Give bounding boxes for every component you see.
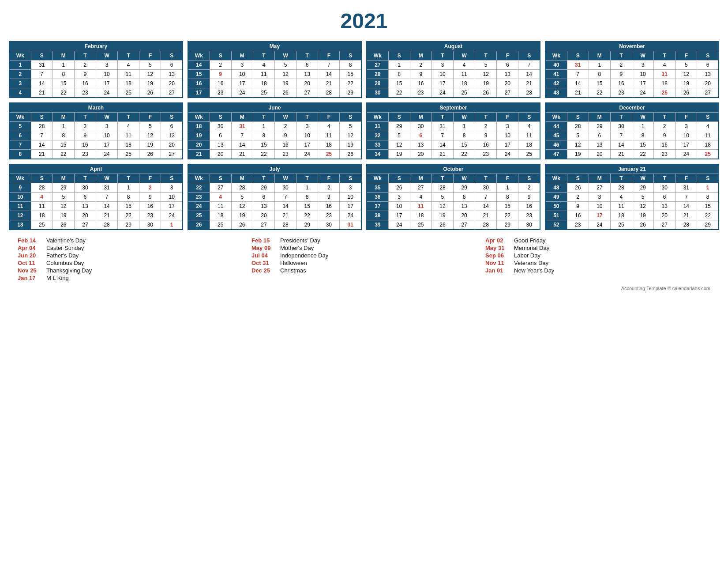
day-header-T: T <box>296 113 318 122</box>
day-cell: 24 <box>589 220 610 230</box>
holiday-row: Oct 31Halloween <box>251 260 477 266</box>
holiday-date: Dec 25 <box>251 267 276 274</box>
day-cell: 2 <box>275 122 296 131</box>
week-number: 17 <box>188 88 210 98</box>
day-cell: 3 <box>296 122 318 131</box>
day-cell: 12 <box>139 70 161 79</box>
holiday-row: Feb 14Valentine's Day <box>18 237 243 244</box>
day-cell: 1 <box>253 122 274 131</box>
day-cell: 26 <box>231 220 253 230</box>
day-header-M: M <box>53 51 74 60</box>
day-cell: 21 <box>231 150 253 159</box>
month-name: May <box>188 42 361 51</box>
day-cell: 10 <box>231 70 253 79</box>
day-cell: 15 <box>632 140 654 150</box>
day-cell: 15 <box>53 140 74 150</box>
week-number: 32 <box>367 131 388 140</box>
week-number: 34 <box>367 150 388 159</box>
day-cell: 5 <box>432 193 453 202</box>
holiday-name: Independence Day <box>280 252 328 259</box>
day-cell: 9 <box>318 193 340 202</box>
day-cell: 27 <box>210 183 231 193</box>
day-cell: 5 <box>340 122 361 131</box>
day-cell: 19 <box>139 79 161 88</box>
week-number: 44 <box>545 122 567 131</box>
day-cell: 4 <box>31 193 53 202</box>
week-number: 8 <box>9 150 31 159</box>
week-number: 28 <box>367 70 388 79</box>
day-cell: 9 <box>74 131 96 140</box>
day-cell: 7 <box>610 131 632 140</box>
week-number: 20 <box>188 140 210 150</box>
day-cell: 27 <box>454 220 475 230</box>
day-cell: 24 <box>388 220 410 230</box>
day-cell: 19 <box>53 211 74 220</box>
day-cell: 21 <box>31 150 53 159</box>
day-cell: 5 <box>53 193 74 202</box>
day-cell: 11 <box>518 131 540 140</box>
day-cell: 10 <box>675 131 697 140</box>
day-header-S: S <box>340 174 361 183</box>
day-cell: 16 <box>567 211 589 220</box>
day-cell: 16 <box>74 79 96 88</box>
week-number: 35 <box>367 183 388 193</box>
day-cell: 3 <box>388 193 410 202</box>
day-cell: 22 <box>253 150 274 159</box>
day-cell: 20 <box>697 79 719 88</box>
day-cell: 27 <box>296 88 318 98</box>
day-cell: 21 <box>567 88 589 98</box>
holiday-name: Columbus Day <box>46 260 84 266</box>
day-cell: 4 <box>210 193 231 202</box>
day-header-M: M <box>589 51 610 60</box>
day-cell: 12 <box>340 131 361 140</box>
day-cell: 9 <box>410 70 432 79</box>
day-header-T: T <box>74 51 96 60</box>
day-cell: 21 <box>475 211 497 220</box>
holiday-column-col3: Apr 02Good FridayMay 31Memorial DaySep 0… <box>485 237 710 282</box>
day-cell: 10 <box>96 131 118 140</box>
day-cell: 18 <box>253 79 274 88</box>
day-cell: 17 <box>388 211 410 220</box>
day-cell: 1 <box>632 122 654 131</box>
day-cell: 5 <box>475 60 497 70</box>
day-header-S: S <box>388 51 410 60</box>
week-number: 41 <box>545 70 567 79</box>
week-number: 25 <box>188 211 210 220</box>
day-cell: 23 <box>567 220 589 230</box>
day-cell: 9 <box>518 193 540 202</box>
day-header-W: W <box>96 51 118 60</box>
day-cell: 25 <box>253 88 274 98</box>
day-cell: 22 <box>53 150 74 159</box>
wk-header: Wk <box>545 174 567 183</box>
day-cell: 26 <box>675 88 697 98</box>
day-cell: 28 <box>96 220 118 230</box>
day-cell: 19 <box>432 211 453 220</box>
day-cell: 12 <box>432 202 453 211</box>
day-header-S: S <box>31 174 53 183</box>
day-header-T: T <box>475 51 497 60</box>
day-cell: 8 <box>388 70 410 79</box>
holiday-name: Easter Sunday <box>46 245 84 251</box>
day-cell: 6 <box>161 122 183 131</box>
day-cell: 27 <box>410 183 432 193</box>
day-cell: 6 <box>497 60 518 70</box>
holiday-date: Sep 06 <box>485 252 510 259</box>
day-cell: 16 <box>210 79 231 88</box>
day-cell: 8 <box>454 131 475 140</box>
day-cell: 19 <box>231 211 253 220</box>
month-table-march: MarchWkSMTWTFS52812345667891011121371415… <box>9 102 183 159</box>
day-cell: 11 <box>253 70 274 79</box>
day-cell: 7 <box>275 193 296 202</box>
day-cell: 7 <box>96 193 118 202</box>
day-cell: 11 <box>697 131 719 140</box>
day-cell: 14 <box>475 202 497 211</box>
day-cell: 3 <box>231 60 253 70</box>
day-cell: 4 <box>118 122 139 131</box>
day-header-S: S <box>567 51 589 60</box>
wk-header: Wk <box>9 113 31 122</box>
day-cell: 12 <box>632 202 654 211</box>
day-cell: 4 <box>410 193 432 202</box>
day-cell: 25 <box>454 88 475 98</box>
day-cell: 25 <box>118 150 139 159</box>
day-cell: 22 <box>53 88 74 98</box>
